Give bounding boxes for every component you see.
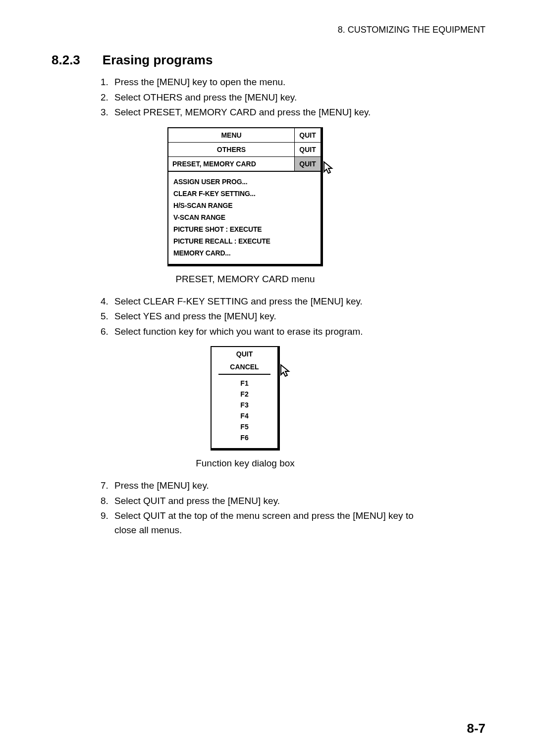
menu-quit: QUIT bbox=[295, 143, 321, 156]
menu-row: MENU QUIT bbox=[168, 128, 321, 143]
list-item: 9.Select QUIT at the top of the menu scr… bbox=[101, 509, 485, 537]
menu-item: CLEAR F-KEY SETTING... bbox=[173, 188, 316, 200]
list-item: 6.Select function key for which you want… bbox=[101, 325, 485, 339]
step-list-2: 4.Select CLEAR F-KEY SETTING and press t… bbox=[101, 295, 485, 339]
menu-item: ASSIGN USER PROG... bbox=[173, 176, 316, 188]
menu-row: OTHERS QUIT bbox=[168, 143, 321, 157]
dialog-quit: QUIT bbox=[212, 347, 277, 361]
menu-item: H/S-SCAN RANGE bbox=[173, 200, 316, 211]
step-num: 3. bbox=[101, 105, 108, 120]
step-text: Select QUIT and press the [MENU] key. bbox=[114, 496, 280, 506]
menu-row-selected: PRESET, MEMORY CARD QUIT bbox=[168, 157, 321, 172]
list-item: 3.Select PRESET, MEMORY CARD and press t… bbox=[101, 105, 485, 120]
dialog-item: F5 bbox=[212, 421, 277, 432]
menu-item: V-SCAN RANGE bbox=[173, 211, 316, 223]
list-item: 2.Select OTHERS and press the [MENU] key… bbox=[101, 91, 485, 105]
menu-quit-selected: QUIT bbox=[295, 157, 321, 171]
dialog-figure: QUIT CANCEL F1 F2 F3 F4 F5 F6 bbox=[50, 346, 441, 451]
list-item: 1.Press the [MENU] key to open the menu. bbox=[101, 75, 485, 90]
step-list-3: 7.Press the [MENU] key. 8.Select QUIT an… bbox=[101, 479, 485, 537]
step-text: Press the [MENU] key to open the menu. bbox=[114, 77, 285, 87]
dialog-item: F3 bbox=[212, 400, 277, 410]
page-header: 8. CUSTOMIZING THE EQUIPMENT bbox=[50, 25, 485, 35]
dialog-item: F1 bbox=[212, 378, 277, 389]
menu-body: ASSIGN USER PROG... CLEAR F-KEY SETTING.… bbox=[168, 172, 321, 264]
menu-item: PICTURE SHOT : EXECUTE bbox=[173, 223, 316, 235]
page-number: 8-7 bbox=[467, 721, 485, 736]
step-text: Select function key for which you want t… bbox=[114, 326, 363, 337]
menu-figure: MENU QUIT OTHERS QUIT PRESET, MEMORY CAR… bbox=[50, 127, 441, 266]
dialog-cancel: CANCEL bbox=[212, 361, 277, 374]
dialog-box: QUIT CANCEL F1 F2 F3 F4 F5 F6 bbox=[211, 346, 280, 451]
figure-caption: PRESET, MEMORY CARD menu bbox=[50, 274, 441, 285]
step-list-1: 1.Press the [MENU] key to open the menu.… bbox=[101, 75, 485, 120]
menu-item: PICTURE RECALL : EXECUTE bbox=[173, 235, 316, 247]
dialog-wrapper: QUIT CANCEL F1 F2 F3 F4 F5 F6 bbox=[211, 346, 280, 451]
step-text: Select PRESET, MEMORY CARD and press the… bbox=[114, 107, 371, 117]
menu-title: PRESET, MEMORY CARD bbox=[168, 157, 295, 171]
section-title: Erasing programs bbox=[103, 52, 213, 67]
step-text: Select QUIT at the top of the menu scree… bbox=[114, 510, 414, 521]
cursor-icon bbox=[280, 364, 292, 380]
step-num: 7. bbox=[101, 479, 108, 493]
step-text: Select YES and press the [MENU] key. bbox=[114, 311, 276, 321]
dialog-item: F2 bbox=[212, 389, 277, 400]
figure-caption: Function key dialog box bbox=[50, 458, 441, 469]
menu-title: MENU bbox=[168, 128, 295, 142]
step-num: 1. bbox=[101, 75, 108, 90]
step-text: Select CLEAR F-KEY SETTING and press the… bbox=[114, 296, 363, 306]
menu-title: OTHERS bbox=[168, 143, 295, 156]
step-text: Press the [MENU] key. bbox=[114, 480, 209, 491]
dialog-item: F4 bbox=[212, 410, 277, 421]
list-item: 4.Select CLEAR F-KEY SETTING and press t… bbox=[101, 295, 485, 309]
menu-wrapper: MENU QUIT OTHERS QUIT PRESET, MEMORY CAR… bbox=[167, 127, 323, 266]
dialog-item: F6 bbox=[212, 432, 277, 443]
menu-box: MENU QUIT OTHERS QUIT PRESET, MEMORY CAR… bbox=[167, 127, 323, 266]
cursor-icon bbox=[323, 161, 335, 177]
step-num: 8. bbox=[101, 494, 108, 508]
menu-item: MEMORY CARD... bbox=[173, 247, 316, 259]
section-number: 8.2.3 bbox=[52, 52, 80, 68]
step-num: 6. bbox=[101, 325, 108, 339]
menu-quit: QUIT bbox=[295, 128, 321, 142]
step-text: Select OTHERS and press the [MENU] key. bbox=[114, 92, 297, 102]
step-continuation: close all menus. bbox=[114, 523, 485, 538]
step-num: 9. bbox=[101, 509, 108, 523]
step-num: 5. bbox=[101, 309, 108, 324]
list-item: 5.Select YES and press the [MENU] key. bbox=[101, 309, 485, 324]
section-heading: 8.2.3Erasing programs bbox=[52, 52, 485, 68]
step-num: 2. bbox=[101, 91, 108, 105]
step-num: 4. bbox=[101, 295, 108, 309]
list-item: 7.Press the [MENU] key. bbox=[101, 479, 485, 493]
list-item: 8.Select QUIT and press the [MENU] key. bbox=[101, 494, 485, 508]
dialog-body: F1 F2 F3 F4 F5 F6 bbox=[212, 375, 277, 448]
